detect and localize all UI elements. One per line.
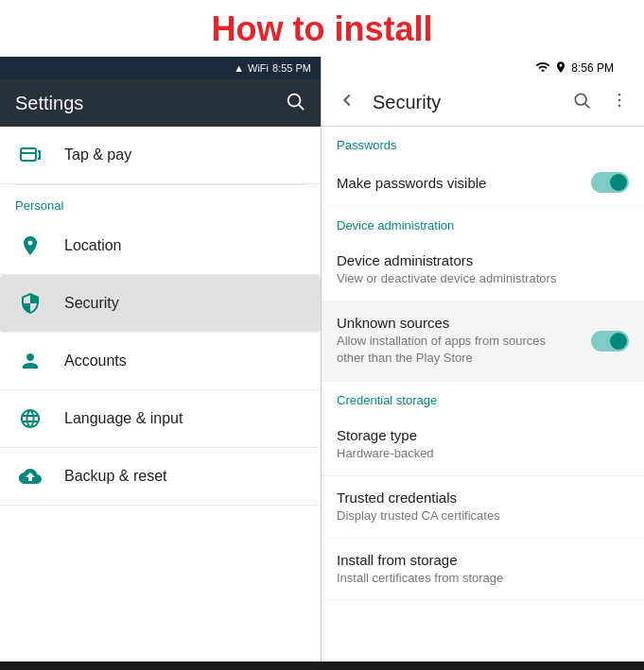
left-nav-recent[interactable]: □ bbox=[244, 667, 292, 671]
device-admins-text: Device administrators View or deactivate… bbox=[337, 252, 556, 287]
right-phone: 8:56 PM PM Security bbox=[322, 57, 644, 661]
left-phone: ▲ WiFi 8:55 PM Settings bbox=[0, 57, 322, 661]
install-from-storage-title: Install from storage bbox=[337, 552, 503, 568]
passwords-visible-title: Make passwords visible bbox=[337, 175, 486, 191]
backup-icon bbox=[15, 461, 45, 491]
security-item-install-from-storage[interactable]: Install from storage Install certificate… bbox=[322, 539, 644, 601]
svg-point-6 bbox=[618, 94, 621, 96]
trusted-credentials-text: Trusted credentials Display trusted CA c… bbox=[337, 490, 500, 524]
wifi-icon: WiFi bbox=[248, 62, 269, 74]
left-app-bar: Settings bbox=[0, 79, 321, 127]
left-time: 8:55 PM bbox=[272, 62, 311, 74]
security-list: Passwords Make passwords visible Device … bbox=[322, 127, 644, 661]
right-location-icon bbox=[554, 60, 567, 77]
device-admin-section-header: Device administration bbox=[322, 207, 644, 239]
trusted-credentials-subtitle: Display trusted CA certificates bbox=[337, 507, 500, 524]
unknown-sources-subtitle: Allow installation of apps from sources … bbox=[337, 333, 564, 367]
credential-storage-section-label: Credential storage bbox=[337, 393, 437, 407]
action-icons bbox=[565, 83, 636, 122]
right-nav-bar: ◁ ○ □ bbox=[322, 661, 644, 670]
device-admin-section-label: Device administration bbox=[337, 218, 454, 232]
security-item-unknown-sources[interactable]: Unknown sources Allow installation of ap… bbox=[322, 301, 644, 381]
settings-item-security[interactable]: Security bbox=[0, 275, 321, 333]
device-admins-subtitle: View or deactivate device administrators bbox=[337, 270, 556, 287]
device-admins-title: Device administrators bbox=[337, 252, 556, 268]
left-settings-list: Tap & pay Personal Location bbox=[0, 127, 321, 661]
back-button[interactable] bbox=[329, 82, 365, 124]
left-nav-home[interactable]: ○ bbox=[138, 667, 186, 671]
settings-item-tap-pay[interactable]: Tap & pay bbox=[0, 127, 321, 184]
svg-point-0 bbox=[288, 94, 301, 106]
right-nav-recent[interactable]: □ bbox=[566, 667, 615, 671]
unknown-sources-toggle[interactable] bbox=[591, 331, 629, 352]
language-label: Language & input bbox=[64, 410, 183, 427]
unknown-sources-text: Unknown sources Allow installation of ap… bbox=[337, 315, 564, 367]
passwords-section-header: Passwords bbox=[322, 127, 644, 159]
security-item-trusted-credentials[interactable]: Trusted credentials Display trusted CA c… bbox=[322, 476, 644, 539]
right-app-bar: Security bbox=[322, 79, 644, 127]
credential-storage-section-header: Credential storage bbox=[322, 382, 644, 414]
left-app-title: Settings bbox=[15, 93, 83, 114]
signal-icon: ▲ bbox=[234, 62, 244, 74]
passwords-visible-text: Make passwords visible bbox=[337, 175, 486, 191]
install-from-storage-text: Install from storage Install certificate… bbox=[337, 552, 503, 587]
tap-pay-label: Tap & pay bbox=[64, 146, 131, 163]
right-status-bar: 8:56 PM PM bbox=[322, 57, 644, 79]
accounts-label: Accounts bbox=[64, 352, 127, 369]
accounts-icon bbox=[15, 346, 45, 376]
personal-section-header: Personal bbox=[0, 185, 321, 217]
personal-section-label: Personal bbox=[15, 198, 63, 213]
tap-pay-icon bbox=[15, 140, 45, 170]
right-screen-title: Security bbox=[373, 92, 565, 113]
security-item-passwords-visible[interactable]: Make passwords visible bbox=[322, 159, 644, 207]
left-status-bar: ▲ WiFi 8:55 PM bbox=[0, 57, 321, 79]
page-title: How to install bbox=[0, 0, 644, 57]
right-time: 8:56 PM bbox=[571, 61, 614, 75]
right-battery-icon: PM bbox=[618, 61, 635, 75]
settings-item-backup[interactable]: Backup & reset bbox=[0, 448, 321, 506]
location-icon bbox=[15, 231, 45, 261]
security-item-storage-type[interactable]: Storage type Hardware-backed bbox=[322, 414, 644, 476]
svg-point-8 bbox=[618, 105, 621, 108]
svg-point-4 bbox=[575, 94, 586, 105]
phones-nav-container: ◁ ○ □ ◁ ○ □ bbox=[0, 661, 644, 670]
location-label: Location bbox=[64, 237, 122, 254]
install-from-storage-subtitle: Install certificates from storage bbox=[337, 570, 503, 587]
storage-type-title: Storage type bbox=[337, 427, 434, 443]
right-wifi-icon bbox=[535, 60, 550, 77]
right-search-icon[interactable] bbox=[565, 83, 599, 122]
left-nav-bar: ◁ ○ □ bbox=[0, 661, 322, 670]
left-search-icon[interactable] bbox=[285, 91, 305, 116]
settings-item-location[interactable]: Location bbox=[0, 217, 321, 275]
svg-rect-2 bbox=[21, 148, 36, 161]
settings-item-language[interactable]: Language & input bbox=[0, 390, 321, 448]
security-label: Security bbox=[64, 295, 119, 312]
right-nav-back[interactable]: ◁ bbox=[351, 666, 402, 670]
settings-item-accounts[interactable]: Accounts bbox=[0, 333, 321, 390]
left-nav-back[interactable]: ◁ bbox=[29, 666, 80, 670]
storage-type-text: Storage type Hardware-backed bbox=[337, 427, 434, 462]
svg-point-7 bbox=[618, 99, 621, 102]
language-icon bbox=[15, 404, 45, 434]
svg-line-5 bbox=[585, 104, 590, 109]
security-icon bbox=[15, 288, 45, 318]
passwords-section-label: Passwords bbox=[337, 138, 397, 152]
storage-type-subtitle: Hardware-backed bbox=[337, 445, 434, 462]
svg-line-1 bbox=[299, 105, 304, 110]
passwords-visible-toggle[interactable] bbox=[591, 172, 629, 193]
right-nav-home[interactable]: ○ bbox=[461, 667, 509, 671]
security-item-device-admins[interactable]: Device administrators View or deactivate… bbox=[322, 239, 644, 301]
right-status-icons: 8:56 PM PM bbox=[535, 60, 635, 77]
unknown-sources-title: Unknown sources bbox=[337, 315, 564, 331]
backup-label: Backup & reset bbox=[64, 468, 167, 485]
trusted-credentials-title: Trusted credentials bbox=[337, 490, 500, 506]
left-status-icons: ▲ WiFi 8:55 PM bbox=[234, 62, 311, 74]
right-more-icon[interactable] bbox=[602, 83, 636, 122]
